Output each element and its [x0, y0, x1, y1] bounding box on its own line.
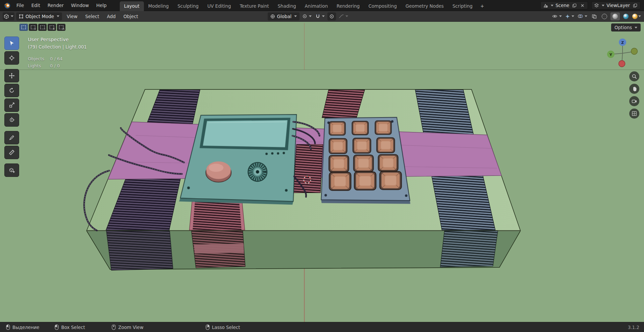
axis-x-ball[interactable]	[619, 61, 625, 67]
viewlayer-copies-icon[interactable]	[632, 2, 638, 8]
keypad[interactable]	[321, 117, 411, 204]
perspective-toggle-button[interactable]	[629, 109, 639, 119]
options-dropdown[interactable]: Options	[611, 23, 641, 31]
select-mode-subtract-button[interactable]: −	[38, 24, 47, 31]
chevron-down-icon	[294, 15, 297, 17]
menu-select[interactable]: Select	[82, 14, 102, 19]
editor-type-button[interactable]	[3, 12, 14, 20]
select-mode-intersect-button[interactable]: ∩	[57, 24, 65, 31]
viewport-canvas[interactable]	[0, 22, 644, 322]
hint-label: Box Select	[61, 325, 85, 330]
viewport-nav-buttons	[629, 71, 639, 119]
mouse-middle-icon	[112, 324, 116, 330]
tab-sculpting[interactable]: Sculpting	[173, 1, 203, 11]
tool-rotate[interactable]	[4, 84, 19, 97]
panel-screw	[285, 189, 288, 192]
menu-file[interactable]: File	[13, 0, 28, 11]
tool-select-box[interactable]	[4, 37, 19, 50]
zoom-button[interactable]	[629, 71, 639, 81]
scene-close-icon[interactable]	[579, 2, 585, 8]
axis-navigation-gizmo[interactable]: Z Y	[606, 37, 639, 69]
snap-target-icon	[302, 14, 307, 19]
menu-edit[interactable]: Edit	[28, 0, 44, 11]
blender-logo-icon[interactable]	[3, 2, 11, 9]
tape-center-low[interactable]	[193, 200, 241, 230]
proportional-editing-button[interactable]	[327, 12, 336, 20]
select-mode-extend-button[interactable]: +	[29, 24, 37, 31]
tab-rendering[interactable]: Rendering	[332, 1, 364, 11]
select-subtract-icon: −	[40, 25, 45, 29]
tool-cursor[interactable]	[4, 51, 19, 65]
scene-selector[interactable]: Scene	[540, 1, 588, 9]
proportional-falloff-dropdown[interactable]	[338, 12, 349, 20]
stat-label: Lights	[28, 62, 50, 69]
tool-annotate[interactable]	[4, 131, 19, 144]
hint-label: Zoom View	[118, 325, 143, 330]
select-mode-invert-button[interactable]: ×	[48, 24, 56, 31]
shading-solid-button[interactable]	[610, 12, 620, 20]
panel-dial[interactable]	[248, 162, 267, 181]
tool-move[interactable]	[4, 69, 19, 82]
xray-icon	[592, 14, 597, 19]
tab-modeling[interactable]: Modeling	[144, 1, 173, 11]
scene-statistics: Objects 0 / 64 Lights 0 / 0	[28, 55, 87, 69]
axis-x-neg-ball[interactable]	[631, 48, 638, 55]
tool-scale[interactable]	[4, 98, 19, 112]
magnifier-icon	[632, 74, 637, 79]
hand-icon	[632, 86, 637, 91]
pan-button[interactable]	[629, 84, 639, 94]
menu-window[interactable]: Window	[67, 0, 93, 11]
snap-target-dropdown[interactable]	[301, 12, 313, 20]
viewport-3d[interactable]: + − × ∩ Options	[0, 22, 644, 322]
scene-icon	[543, 3, 548, 8]
shading-wireframe-button[interactable]	[600, 12, 609, 20]
axis-z-label: Z	[621, 41, 624, 45]
tab-texture-paint[interactable]: Texture Paint	[235, 1, 273, 11]
xray-toggle-button[interactable]	[590, 12, 598, 20]
visibility-dropdown[interactable]	[551, 12, 563, 20]
add-workspace-button[interactable]: +	[477, 1, 487, 11]
tool-transform[interactable]	[4, 113, 19, 127]
select-mode-set-button[interactable]	[19, 24, 28, 31]
toolbar	[4, 37, 19, 177]
viewlayer-selector[interactable]: ViewLayer	[591, 1, 641, 9]
tool-add-cube[interactable]	[4, 163, 19, 177]
keypad-keys[interactable]	[329, 121, 401, 190]
axis-y-label: Y	[609, 53, 612, 57]
mode-dropdown[interactable]: Object Mode	[16, 12, 62, 20]
select-cursor-icon	[9, 40, 15, 46]
panel-button[interactable]	[206, 161, 231, 182]
select-invert-icon: ×	[50, 25, 54, 29]
menu-add[interactable]: Add	[104, 14, 119, 19]
menu-help[interactable]: Help	[93, 0, 110, 11]
menu-render[interactable]: Render	[44, 0, 67, 11]
tab-geometry-nodes[interactable]: Geometry Nodes	[401, 1, 448, 11]
chevron-down-icon	[57, 15, 59, 17]
scene-copies-icon[interactable]	[571, 2, 577, 8]
active-object-context: (79) Collection | Light.001	[28, 43, 87, 51]
tab-shading[interactable]: Shading	[273, 1, 301, 11]
select-mode-options: + − × ∩	[19, 24, 65, 31]
status-bar: Выделение Box Select Zoom View Lasso Sel…	[0, 322, 644, 332]
transform-orientation-dropdown[interactable]: Global	[268, 12, 300, 20]
menu-object[interactable]: Object	[120, 14, 141, 19]
snap-toggle-button[interactable]	[314, 12, 326, 20]
tape-center-mid[interactable]	[293, 144, 323, 193]
magnet-icon	[315, 14, 320, 19]
gizmos-dropdown[interactable]	[564, 12, 575, 20]
camera-view-button[interactable]	[629, 96, 639, 106]
tool-measure[interactable]	[4, 146, 19, 159]
tab-layout[interactable]: Layout	[120, 1, 144, 11]
overlays-dropdown[interactable]	[577, 12, 588, 20]
tab-uv-editing[interactable]: UV Editing	[203, 1, 235, 11]
panel-screen[interactable]	[203, 120, 287, 147]
viewport-header: Object Mode View Select Add Object Globa…	[0, 11, 644, 22]
tab-compositing[interactable]: Compositing	[364, 1, 401, 11]
proportional-editing-icon	[329, 14, 334, 19]
rotate-icon	[9, 87, 15, 93]
tab-scripting[interactable]: Scripting	[448, 1, 477, 11]
tab-animation[interactable]: Animation	[301, 1, 332, 11]
shading-rendered-button[interactable]	[632, 12, 641, 20]
shading-material-button[interactable]	[621, 12, 631, 20]
menu-view[interactable]: View	[64, 14, 80, 19]
